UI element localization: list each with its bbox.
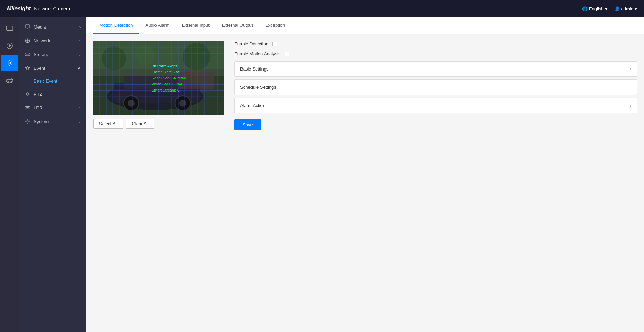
accordion-basic-settings: Basic Settings ›: [234, 61, 637, 77]
nav-arrow-system: ›: [79, 119, 81, 124]
nav-label-lpr: LPR: [34, 105, 42, 110]
nav-item-ptz[interactable]: PTZ: [19, 87, 86, 101]
user-icon: 👤: [614, 6, 620, 11]
svg-point-14: [29, 55, 29, 55]
svg-point-5: [9, 62, 11, 64]
nav-label-event: Event: [34, 66, 45, 71]
enable-motion-row: Enable Motion Analysis: [234, 51, 637, 56]
username-label: admin: [621, 6, 633, 11]
accordion-schedule-settings-header[interactable]: Schedule Settings ›: [235, 80, 637, 95]
svg-point-15: [26, 93, 28, 95]
language-selector[interactable]: 🌐 English ▾: [582, 6, 608, 11]
sidebar-icon-live[interactable]: [1, 21, 18, 36]
nav-item-storage[interactable]: Storage ›: [19, 47, 86, 61]
accordion-schedule-chevron: ›: [630, 85, 631, 90]
clear-all-button[interactable]: Clear All: [126, 119, 154, 129]
user-menu[interactable]: 👤 admin ▾: [614, 6, 637, 11]
sidebar-icon-playback[interactable]: [1, 38, 18, 54]
nav-arrow-event: ∨: [77, 66, 81, 71]
accordion-alarm-chevron: ›: [630, 103, 631, 108]
content-area: Motion Detection Audio Alarm External In…: [86, 17, 644, 332]
icon-sidebar: [0, 17, 19, 332]
video-background: Bit Rate: 4kbps Frame Rate: 7f/S Resolut…: [93, 41, 224, 115]
nav-item-media[interactable]: Media ›: [19, 20, 86, 34]
tab-bar: Motion Detection Audio Alarm External In…: [86, 17, 644, 34]
accordion-schedule-settings: Schedule Settings ›: [234, 79, 637, 95]
accordion-schedule-settings-label: Schedule Settings: [240, 85, 276, 90]
nav-sidebar: Media › Network › Storage › Event ∨: [19, 17, 86, 332]
svg-rect-9: [25, 25, 30, 28]
sidebar-icon-vehicle[interactable]: [1, 72, 18, 88]
svg-point-17: [27, 121, 28, 122]
enable-motion-label: Enable Motion Analysis: [234, 51, 280, 56]
header: Milesight ·Network Camera 🌐 English ▾ 👤 …: [0, 0, 644, 17]
info-videoloss: Video Loss: 00:44: [152, 81, 186, 87]
tab-external-input[interactable]: External Input: [176, 17, 216, 34]
enable-detection-row: Enable Detection: [234, 41, 637, 46]
nav-item-network[interactable]: Network ›: [19, 34, 86, 47]
language-label: English: [589, 6, 604, 11]
svg-rect-16: [25, 107, 30, 109]
logo: Milesight ·Network Camera: [7, 6, 70, 12]
enable-detection-label: Enable Detection: [234, 41, 268, 46]
content-body: Bit Rate: 4kbps Frame Rate: 7f/S Resolut…: [86, 34, 644, 137]
nav-label-storage: Storage: [34, 52, 50, 57]
accordion-alarm-action: Alarm Action ›: [234, 98, 637, 113]
globe-icon: 🌐: [582, 6, 588, 11]
nav-label-system: System: [34, 119, 49, 124]
svg-point-13: [29, 53, 29, 54]
nav-arrow-lpr: ›: [79, 105, 81, 110]
sidebar-icon-event[interactable]: [1, 55, 18, 71]
settings-panel: Enable Detection Enable Motion Analysis …: [234, 41, 637, 130]
nav-arrow-media: ›: [79, 24, 81, 30]
accordion-basic-settings-chevron: ›: [630, 67, 631, 72]
video-container: Bit Rate: 4kbps Frame Rate: 7f/S Resolut…: [93, 41, 224, 115]
nav-item-lpr[interactable]: LPR ›: [19, 101, 86, 115]
lang-chevron-icon: ▾: [605, 6, 608, 11]
tab-audio-alarm[interactable]: Audio Alarm: [139, 17, 176, 34]
header-right: 🌐 English ▾ 👤 admin ▾: [582, 6, 637, 11]
accordion-basic-settings-label: Basic Settings: [240, 66, 268, 72]
nav-item-event[interactable]: Event ∨: [19, 61, 86, 75]
save-button[interactable]: Save: [234, 119, 261, 130]
nav-item-system[interactable]: System ›: [19, 115, 86, 128]
accordion-alarm-action-label: Alarm Action: [240, 103, 265, 108]
info-resolution: Resolution: 640x360: [152, 75, 186, 82]
svg-marker-4: [9, 44, 11, 47]
main-layout: Media › Network › Storage › Event ∨: [0, 17, 644, 332]
info-smartstream: Smart Stream: 0: [152, 87, 186, 94]
brand-name: Milesight: [7, 6, 31, 12]
video-info-overlay: Bit Rate: 4kbps Frame Rate: 7f/S Resolut…: [152, 63, 186, 94]
nav-arrow-storage: ›: [79, 52, 81, 57]
enable-motion-checkbox[interactable]: [285, 52, 289, 56]
tab-motion-detection[interactable]: Motion Detection: [93, 17, 139, 34]
video-panel: Bit Rate: 4kbps Frame Rate: 7f/S Resolut…: [93, 41, 224, 130]
info-bitrate: Bit Rate: 4kbps: [152, 63, 186, 69]
svg-rect-0: [7, 26, 13, 31]
nav-sub-label-basic-event: Basic Event: [34, 78, 57, 84]
tab-exception[interactable]: Exception: [259, 17, 291, 34]
enable-detection-checkbox[interactable]: [272, 42, 277, 46]
product-name: ·Network Camera: [33, 6, 70, 11]
nav-label-media: Media: [34, 24, 46, 30]
accordion-basic-settings-header[interactable]: Basic Settings ›: [235, 62, 637, 76]
info-framerate: Frame Rate: 7f/S: [152, 69, 186, 75]
accordion-alarm-action-header[interactable]: Alarm Action ›: [235, 98, 637, 113]
nav-sub-item-basic-event[interactable]: Basic Event: [19, 75, 86, 87]
user-chevron-icon: ▾: [635, 6, 637, 11]
nav-label-ptz: PTZ: [34, 92, 42, 97]
video-buttons: Select All Clear All: [93, 119, 224, 129]
nav-arrow-network: ›: [79, 38, 81, 43]
tab-external-output[interactable]: External Output: [216, 17, 259, 34]
select-all-button[interactable]: Select All: [93, 119, 123, 129]
nav-label-network: Network: [34, 38, 50, 43]
